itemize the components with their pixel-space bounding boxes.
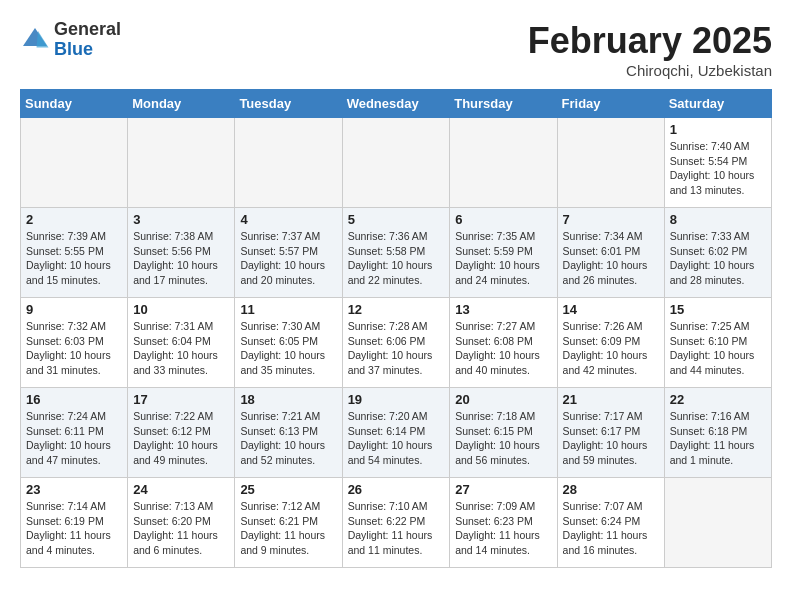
calendar-week-row: 2Sunrise: 7:39 AM Sunset: 5:55 PM Daylig… [21, 208, 772, 298]
calendar-cell: 5Sunrise: 7:36 AM Sunset: 5:58 PM Daylig… [342, 208, 450, 298]
day-info: Sunrise: 7:07 AM Sunset: 6:24 PM Dayligh… [563, 499, 659, 558]
day-number: 16 [26, 392, 122, 407]
calendar-cell: 21Sunrise: 7:17 AM Sunset: 6:17 PM Dayli… [557, 388, 664, 478]
calendar-cell: 4Sunrise: 7:37 AM Sunset: 5:57 PM Daylig… [235, 208, 342, 298]
day-number: 14 [563, 302, 659, 317]
calendar-header-row: SundayMondayTuesdayWednesdayThursdayFrid… [21, 90, 772, 118]
day-number: 7 [563, 212, 659, 227]
logo-general: General [54, 20, 121, 40]
title-block: February 2025 Chiroqchi, Uzbekistan [528, 20, 772, 79]
day-info: Sunrise: 7:34 AM Sunset: 6:01 PM Dayligh… [563, 229, 659, 288]
calendar-cell: 14Sunrise: 7:26 AM Sunset: 6:09 PM Dayli… [557, 298, 664, 388]
calendar-cell: 2Sunrise: 7:39 AM Sunset: 5:55 PM Daylig… [21, 208, 128, 298]
day-number: 10 [133, 302, 229, 317]
calendar-cell: 27Sunrise: 7:09 AM Sunset: 6:23 PM Dayli… [450, 478, 557, 568]
day-info: Sunrise: 7:13 AM Sunset: 6:20 PM Dayligh… [133, 499, 229, 558]
day-number: 12 [348, 302, 445, 317]
day-info: Sunrise: 7:36 AM Sunset: 5:58 PM Dayligh… [348, 229, 445, 288]
day-number: 1 [670, 122, 766, 137]
day-number: 5 [348, 212, 445, 227]
calendar-cell [235, 118, 342, 208]
day-info: Sunrise: 7:25 AM Sunset: 6:10 PM Dayligh… [670, 319, 766, 378]
calendar-cell: 15Sunrise: 7:25 AM Sunset: 6:10 PM Dayli… [664, 298, 771, 388]
calendar-header-saturday: Saturday [664, 90, 771, 118]
day-info: Sunrise: 7:10 AM Sunset: 6:22 PM Dayligh… [348, 499, 445, 558]
day-number: 19 [348, 392, 445, 407]
day-number: 28 [563, 482, 659, 497]
day-number: 18 [240, 392, 336, 407]
calendar-cell: 13Sunrise: 7:27 AM Sunset: 6:08 PM Dayli… [450, 298, 557, 388]
calendar-cell: 17Sunrise: 7:22 AM Sunset: 6:12 PM Dayli… [128, 388, 235, 478]
calendar-cell: 10Sunrise: 7:31 AM Sunset: 6:04 PM Dayli… [128, 298, 235, 388]
calendar-cell [557, 118, 664, 208]
calendar-week-row: 16Sunrise: 7:24 AM Sunset: 6:11 PM Dayli… [21, 388, 772, 478]
day-info: Sunrise: 7:39 AM Sunset: 5:55 PM Dayligh… [26, 229, 122, 288]
day-number: 13 [455, 302, 551, 317]
calendar-header-tuesday: Tuesday [235, 90, 342, 118]
calendar-week-row: 23Sunrise: 7:14 AM Sunset: 6:19 PM Dayli… [21, 478, 772, 568]
day-number: 24 [133, 482, 229, 497]
calendar-cell: 7Sunrise: 7:34 AM Sunset: 6:01 PM Daylig… [557, 208, 664, 298]
day-info: Sunrise: 7:28 AM Sunset: 6:06 PM Dayligh… [348, 319, 445, 378]
calendar-week-row: 9Sunrise: 7:32 AM Sunset: 6:03 PM Daylig… [21, 298, 772, 388]
calendar-cell [664, 478, 771, 568]
calendar-cell: 24Sunrise: 7:13 AM Sunset: 6:20 PM Dayli… [128, 478, 235, 568]
day-number: 11 [240, 302, 336, 317]
day-number: 3 [133, 212, 229, 227]
calendar-week-row: 1Sunrise: 7:40 AM Sunset: 5:54 PM Daylig… [21, 118, 772, 208]
location: Chiroqchi, Uzbekistan [528, 62, 772, 79]
day-number: 8 [670, 212, 766, 227]
day-number: 25 [240, 482, 336, 497]
day-info: Sunrise: 7:20 AM Sunset: 6:14 PM Dayligh… [348, 409, 445, 468]
calendar-cell: 20Sunrise: 7:18 AM Sunset: 6:15 PM Dayli… [450, 388, 557, 478]
day-info: Sunrise: 7:31 AM Sunset: 6:04 PM Dayligh… [133, 319, 229, 378]
day-number: 22 [670, 392, 766, 407]
calendar-cell: 12Sunrise: 7:28 AM Sunset: 6:06 PM Dayli… [342, 298, 450, 388]
day-info: Sunrise: 7:35 AM Sunset: 5:59 PM Dayligh… [455, 229, 551, 288]
day-number: 15 [670, 302, 766, 317]
day-info: Sunrise: 7:12 AM Sunset: 6:21 PM Dayligh… [240, 499, 336, 558]
day-info: Sunrise: 7:18 AM Sunset: 6:15 PM Dayligh… [455, 409, 551, 468]
calendar-cell: 6Sunrise: 7:35 AM Sunset: 5:59 PM Daylig… [450, 208, 557, 298]
logo-blue: Blue [54, 40, 121, 60]
calendar-cell: 11Sunrise: 7:30 AM Sunset: 6:05 PM Dayli… [235, 298, 342, 388]
logo-text: General Blue [54, 20, 121, 60]
logo-icon [20, 25, 50, 55]
day-number: 17 [133, 392, 229, 407]
day-info: Sunrise: 7:40 AM Sunset: 5:54 PM Dayligh… [670, 139, 766, 198]
calendar-cell: 22Sunrise: 7:16 AM Sunset: 6:18 PM Dayli… [664, 388, 771, 478]
calendar-header-thursday: Thursday [450, 90, 557, 118]
calendar-table: SundayMondayTuesdayWednesdayThursdayFrid… [20, 89, 772, 568]
day-number: 4 [240, 212, 336, 227]
calendar-cell: 25Sunrise: 7:12 AM Sunset: 6:21 PM Dayli… [235, 478, 342, 568]
calendar-header-wednesday: Wednesday [342, 90, 450, 118]
svg-marker-2 [37, 31, 49, 48]
calendar-cell: 28Sunrise: 7:07 AM Sunset: 6:24 PM Dayli… [557, 478, 664, 568]
day-info: Sunrise: 7:09 AM Sunset: 6:23 PM Dayligh… [455, 499, 551, 558]
calendar-cell [21, 118, 128, 208]
day-info: Sunrise: 7:38 AM Sunset: 5:56 PM Dayligh… [133, 229, 229, 288]
calendar-cell: 9Sunrise: 7:32 AM Sunset: 6:03 PM Daylig… [21, 298, 128, 388]
day-number: 21 [563, 392, 659, 407]
calendar-cell: 26Sunrise: 7:10 AM Sunset: 6:22 PM Dayli… [342, 478, 450, 568]
day-info: Sunrise: 7:22 AM Sunset: 6:12 PM Dayligh… [133, 409, 229, 468]
calendar-cell [450, 118, 557, 208]
day-number: 20 [455, 392, 551, 407]
day-info: Sunrise: 7:32 AM Sunset: 6:03 PM Dayligh… [26, 319, 122, 378]
calendar-cell: 19Sunrise: 7:20 AM Sunset: 6:14 PM Dayli… [342, 388, 450, 478]
day-info: Sunrise: 7:16 AM Sunset: 6:18 PM Dayligh… [670, 409, 766, 468]
calendar-cell: 18Sunrise: 7:21 AM Sunset: 6:13 PM Dayli… [235, 388, 342, 478]
calendar-header-friday: Friday [557, 90, 664, 118]
calendar-cell [342, 118, 450, 208]
day-info: Sunrise: 7:30 AM Sunset: 6:05 PM Dayligh… [240, 319, 336, 378]
day-number: 6 [455, 212, 551, 227]
day-info: Sunrise: 7:17 AM Sunset: 6:17 PM Dayligh… [563, 409, 659, 468]
logo: General Blue [20, 20, 121, 60]
month-title: February 2025 [528, 20, 772, 62]
day-number: 2 [26, 212, 122, 227]
day-number: 27 [455, 482, 551, 497]
page-header: General Blue February 2025 Chiroqchi, Uz… [20, 20, 772, 79]
day-number: 9 [26, 302, 122, 317]
day-info: Sunrise: 7:33 AM Sunset: 6:02 PM Dayligh… [670, 229, 766, 288]
calendar-cell: 23Sunrise: 7:14 AM Sunset: 6:19 PM Dayli… [21, 478, 128, 568]
